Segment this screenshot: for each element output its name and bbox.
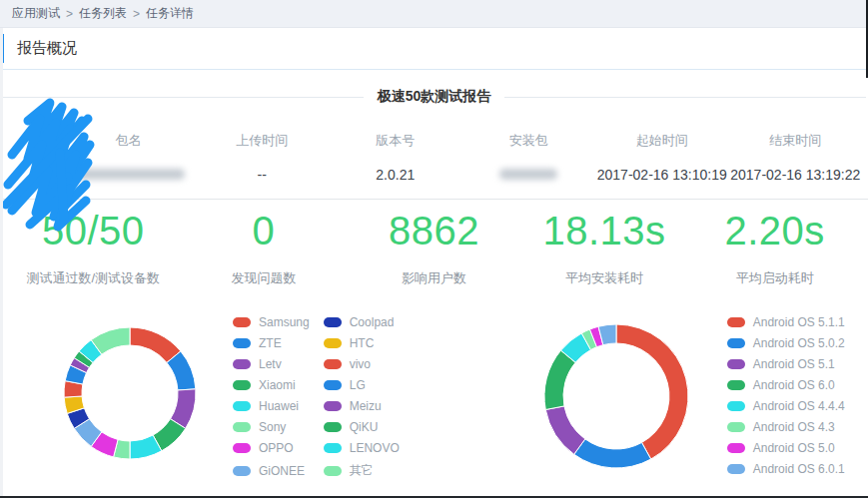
legend-item-Sony[interactable]: Sony — [233, 420, 310, 434]
info-column: 结束时间2017-02-16 13:19:22 — [729, 132, 863, 183]
legend-item-Android OS 5.1.1[interactable]: Android OS 5.1.1 — [727, 315, 845, 329]
legend-item-Huawei[interactable]: Huawei — [233, 399, 310, 413]
legend-swatch — [233, 401, 251, 411]
info-value: 2017-02-16 13:10:19 — [595, 167, 729, 183]
legend-label: GiONEE — [259, 464, 305, 478]
info-column: 起始时间2017-02-16 13:10:19 — [595, 132, 729, 183]
legend-item-GiONEE[interactable]: GiONEE — [233, 462, 310, 479]
legend-item-Android OS 6.0[interactable]: Android OS 6.0 — [727, 378, 845, 392]
legend-label: Android OS 6.0.1 — [753, 462, 845, 476]
summary-stats-row: 50/50测试通过数/测试设备数0发现问题数8862影响用户数18.13s平均安… — [0, 208, 868, 287]
device-brand-donut-chart[interactable] — [45, 307, 215, 479]
legend-swatch — [233, 317, 251, 327]
legend-label: Meizu — [350, 399, 382, 413]
info-column: 安装包 — [462, 132, 596, 183]
report-title: 极速50款测试报告 — [364, 88, 505, 106]
legend-item-Xiaomi[interactable]: Xiaomi — [233, 378, 310, 392]
info-column: 上传时间-- — [196, 132, 330, 183]
info-value: -- — [196, 167, 330, 183]
info-column: 版本号2.0.21 — [329, 132, 462, 183]
legend-item-Android OS 4.4.4[interactable]: Android OS 4.4.4 — [727, 399, 845, 413]
legend-item-LG[interactable]: LG — [324, 378, 400, 392]
legend-item-Android OS 5.0[interactable]: Android OS 5.0 — [727, 441, 845, 455]
stat-label: 平均安装耗时 — [519, 269, 690, 287]
legend-item-其它[interactable]: 其它 — [324, 462, 400, 479]
redacted-value — [499, 169, 557, 180]
legend-item-LENOVO[interactable]: LENOVO — [324, 441, 400, 455]
breadcrumb-item-2[interactable]: 任务列表 — [79, 5, 127, 22]
legend-swatch — [727, 464, 745, 474]
device-brand-legend: SamsungZTELetvXiaomiHuaweiSonyOPPOGiONEE… — [233, 315, 400, 479]
info-header: 上传时间 — [196, 132, 330, 150]
legend-swatch — [324, 466, 342, 476]
stat-label: 平均启动耗时 — [689, 269, 860, 287]
stat-label: 影响用户数 — [349, 269, 519, 287]
stat-label: 测试通过数/测试设备数 — [8, 269, 179, 287]
legend-label: Huawei — [259, 399, 299, 413]
legend-item-OPPO[interactable]: OPPO — [233, 441, 310, 455]
legend-label: Android OS 5.0 — [753, 441, 835, 455]
stat: 50/50测试通过数/测试设备数 — [8, 208, 179, 287]
stat-value: 0 — [179, 208, 350, 253]
legend-item-Android OS 5.1[interactable]: Android OS 5.1 — [727, 357, 845, 371]
legend-swatch — [233, 359, 251, 369]
report-info-table: 包名上传时间--版本号2.0.21安装包起始时间2017-02-16 13:10… — [62, 132, 862, 183]
info-value: 2017-02-16 13:19:22 — [729, 167, 863, 183]
android-os-donut-chart[interactable] — [527, 307, 705, 485]
legend-item-HTC[interactable]: HTC — [324, 336, 400, 350]
legend-swatch — [727, 317, 745, 327]
report-title-row: 极速50款测试报告 — [0, 88, 868, 106]
info-header: 起始时间 — [595, 132, 729, 150]
legend-item-Coolpad[interactable]: Coolpad — [324, 315, 400, 329]
stat: 2.20s平均启动耗时 — [689, 208, 860, 287]
legend-swatch — [727, 380, 745, 390]
donut-segment-Android OS 5.0.2[interactable] — [573, 439, 650, 468]
legend-item-Android OS 6.0.1[interactable]: Android OS 6.0.1 — [727, 462, 845, 476]
legend-item-Samsung[interactable]: Samsung — [233, 315, 310, 329]
stat-value: 50/50 — [8, 208, 179, 253]
page-title: 报告概况 — [17, 39, 77, 56]
legend-label: vivo — [350, 357, 371, 371]
legend-swatch — [324, 443, 342, 453]
legend-swatch — [233, 443, 251, 453]
legend-label: Android OS 4.4.4 — [753, 399, 845, 413]
breadcrumb-separator: > — [66, 7, 73, 21]
legend-label: Android OS 6.0 — [753, 378, 835, 392]
legend-label: Xiaomi — [259, 378, 296, 392]
legend-swatch — [727, 422, 745, 432]
window-edge-left — [0, 28, 3, 496]
legend-swatch — [324, 338, 342, 348]
legend-swatch — [727, 359, 745, 369]
legend-item-QiKU[interactable]: QiKU — [324, 420, 400, 434]
breadcrumb-item-3: 任务详情 — [146, 5, 194, 22]
legend-label: Android OS 5.1 — [753, 357, 835, 371]
donut-segment-Android OS 5.1[interactable] — [545, 406, 585, 454]
legend-swatch — [324, 317, 342, 327]
legend-swatch — [727, 443, 745, 453]
legend-swatch — [324, 401, 342, 411]
legend-item-ZTE[interactable]: ZTE — [233, 336, 310, 350]
legend-swatch — [233, 338, 251, 348]
divider — [0, 199, 868, 200]
title-rule-left — [2, 97, 364, 98]
legend-label: LG — [350, 378, 366, 392]
info-value — [62, 167, 196, 183]
breadcrumb-item-1[interactable]: 应用测试 — [12, 5, 60, 22]
legend-item-vivo[interactable]: vivo — [324, 357, 400, 371]
legend-label: OPPO — [259, 441, 294, 455]
legend-swatch — [324, 359, 342, 369]
donut-segment-Android OS 6.0[interactable] — [544, 350, 575, 409]
legend-label: Sony — [259, 420, 286, 434]
legend-item-Letv[interactable]: Letv — [233, 357, 310, 371]
legend-swatch — [233, 380, 251, 390]
stat-label: 发现问题数 — [179, 269, 350, 287]
legend-item-Meizu[interactable]: Meizu — [324, 399, 400, 413]
legend-swatch — [727, 338, 745, 348]
legend-item-Android OS 5.0.2[interactable]: Android OS 5.0.2 — [727, 336, 845, 350]
legend-swatch — [324, 380, 342, 390]
donut-segment-Android OS 5.1.1[interactable] — [616, 324, 688, 459]
legend-item-Android OS 4.3[interactable]: Android OS 4.3 — [727, 420, 845, 434]
android-os-legend: Android OS 5.1.1Android OS 5.0.2Android … — [727, 315, 845, 476]
legend-label: Samsung — [259, 315, 310, 329]
info-column: 包名 — [62, 132, 196, 183]
